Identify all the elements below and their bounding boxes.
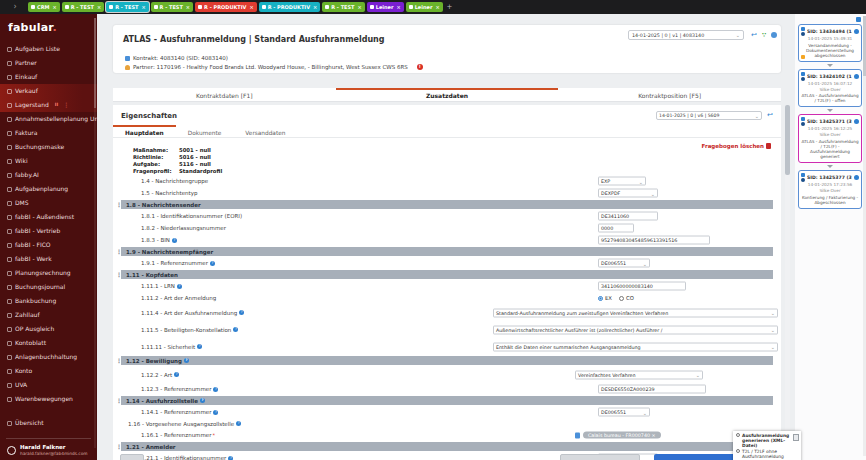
tab-kontraktdaten-f1[interactable]: Kontraktdaten [F1] xyxy=(113,88,336,101)
info-icon[interactable]: ? xyxy=(213,410,218,415)
sidebar-scrollbar[interactable] xyxy=(94,18,96,448)
window-menu-icon[interactable]: › xyxy=(2,1,28,13)
card-chevron-icon[interactable] xyxy=(798,107,862,114)
section-header-1-8-nachrichtensender[interactable]: ⋮1.8 - Nachrichtensender xyxy=(121,200,773,209)
radio-option-co[interactable]: CO xyxy=(619,295,634,301)
sidebar-item-faktura[interactable]: Faktura xyxy=(0,126,97,140)
field-input[interactable]: 0000 xyxy=(598,224,634,233)
pause-icon[interactable]: II xyxy=(55,98,58,112)
info-icon[interactable]: ? xyxy=(213,387,218,392)
subtab-dokumente[interactable]: Dokumente xyxy=(176,125,234,138)
drag-handle-icon[interactable]: ⋮ xyxy=(116,356,121,365)
info-icon[interactable]: ? xyxy=(228,456,233,460)
version-select[interactable]: 14-01-2025 | 0 | v1 | 4083140 ⌄ xyxy=(628,30,744,40)
field-select[interactable]: DE006551⌄ xyxy=(598,259,650,268)
refresh-icon[interactable] xyxy=(771,32,777,38)
tab-close-icon[interactable]: × xyxy=(249,2,253,12)
section-header-1-11-kopfdaten[interactable]: ⋮1.11 - Kopfdaten xyxy=(121,270,773,279)
info-icon[interactable]: ? xyxy=(177,284,182,289)
drag-handle-icon[interactable]: ⋮ xyxy=(116,442,121,451)
browser-tab-leiner[interactable]: Leiner× xyxy=(367,2,404,12)
status-card[interactable]: SID: 13425371 (3)14-01-2025 16:12:25Silk… xyxy=(798,114,862,163)
sidebar-item-dms[interactable]: DMS xyxy=(0,196,97,210)
card-chevron-icon[interactable] xyxy=(798,163,862,170)
field-select[interactable]: EXP⌄ xyxy=(598,177,646,186)
sidebar-item-warenbewegungen[interactable]: Warenbewegungen xyxy=(0,392,97,406)
properties-version-select[interactable]: 14-01-2025 | 0 | v6 | 5609 ⌄ xyxy=(656,111,762,120)
action-option-ausfuhranmeldung-generieren-xml-datei[interactable]: Ausfuhranmeldung generieren (XML-Datei) xyxy=(736,433,793,448)
tab-close-icon[interactable]: × xyxy=(396,2,400,12)
sidebar-item-fabby-ai[interactable]: fabby.AI xyxy=(0,168,97,182)
sidebar-item-lagerstand[interactable]: LagerstandII⋮ xyxy=(0,98,97,112)
browser-tab-crm[interactable]: CRM× xyxy=(28,2,60,12)
info-icon[interactable]: ? xyxy=(233,327,238,332)
sidebar-item-verkauf[interactable]: Verkauf xyxy=(0,84,97,98)
tab-close-icon[interactable]: × xyxy=(358,2,362,12)
action-option-t2l-t2lf-ohne-ausfuhranmeldung[interactable]: T2L / T2LF ohne Ausfuhranmeldung xyxy=(736,449,793,459)
radio-icon[interactable] xyxy=(598,296,603,301)
status-card[interactable]: SID: 13425377 (3)14-01-2025 17:23:56Silk… xyxy=(798,170,862,209)
browser-tab-r-test[interactable]: R - TEST× xyxy=(151,2,193,12)
tab-kontraktposition-f5[interactable]: Kontraktposition [F5] xyxy=(558,88,781,101)
sidebar-item-wiki[interactable]: Wiki xyxy=(0,154,97,168)
info-icon[interactable]: ? xyxy=(236,421,241,426)
open-record-icon[interactable] xyxy=(854,74,859,79)
panel-settings-icon[interactable] xyxy=(856,17,861,22)
browser-tab-leiner[interactable]: Leiner× xyxy=(406,2,443,12)
sidebar-item-buchungsjournal[interactable]: Buchungsjournal xyxy=(0,280,97,294)
attachment-icon[interactable] xyxy=(575,432,580,438)
radio-icon[interactable] xyxy=(619,296,624,301)
reply-icon[interactable]: ↩ xyxy=(751,31,757,39)
delete-questionnaire-button[interactable]: Fragebogen löschen xyxy=(702,143,771,149)
open-record-icon[interactable] xyxy=(854,175,859,180)
alert-icon[interactable]: ! xyxy=(417,64,423,70)
sidebar-item-planungsrechnung[interactable]: Planungsrechnung xyxy=(0,266,97,280)
sidebar-item-buchungsmaske[interactable]: Buchungsmaske xyxy=(0,140,97,154)
info-icon[interactable]: ? xyxy=(174,372,179,377)
value-chip[interactable]: Calais bureau - FR000740 × xyxy=(583,432,661,439)
bottom-button[interactable] xyxy=(120,454,144,460)
drag-handle-icon[interactable]: ⋮ xyxy=(116,200,121,209)
share-icon[interactable]: ∵ xyxy=(762,31,766,39)
section-header-1-21-anmelder[interactable]: ⋮1.21 - Anmelder xyxy=(121,442,773,451)
tab-close-icon[interactable]: × xyxy=(313,2,317,12)
sidebar-item-bersicht[interactable]: Übersicht xyxy=(0,416,97,430)
main-scrollbar[interactable] xyxy=(785,105,790,460)
drag-handle-icon[interactable]: ⋮ xyxy=(116,270,121,279)
radio-icon[interactable] xyxy=(736,433,740,437)
sidebar-item-aufgaben-liste[interactable]: Aufgaben Liste xyxy=(0,42,97,56)
sidebar-item-fabbi-fico[interactable]: fabBI - FICO xyxy=(0,238,97,252)
sidebar-item-kontoblatt[interactable]: Kontoblatt xyxy=(0,336,97,350)
section-header-1-9-nachrichtenempf-nger[interactable]: ⋮1.9 - Nachrichtenempfänger xyxy=(121,247,773,256)
sidebar-item-konto[interactable]: Konto xyxy=(0,364,97,378)
sidebar-item-einkauf[interactable]: Einkauf xyxy=(0,70,97,84)
subtab-hauptdaten[interactable]: Hauptdaten xyxy=(113,125,176,138)
browser-tab-r-test[interactable]: R - TEST× xyxy=(106,2,148,12)
status-card[interactable]: SID: 13434494 (13)14-01-2025 15:49:31Ver… xyxy=(798,24,862,62)
subtab-versanddaten[interactable]: Versanddaten xyxy=(233,125,297,138)
open-record-icon[interactable] xyxy=(854,119,859,124)
field-select[interactable]: Vereinfachtes Verfahren⌄ xyxy=(575,370,703,379)
tab-close-icon[interactable]: × xyxy=(97,2,101,12)
card-chevron-icon[interactable] xyxy=(798,62,862,69)
field-select[interactable]: Enthält die Daten einer summarischen Aus… xyxy=(493,342,778,351)
section-header-1-12-bewilligung[interactable]: ⋮1.12 - Bewilligung? xyxy=(121,356,773,365)
browser-tab-r-test[interactable]: R - TEST× xyxy=(322,2,364,12)
field-input[interactable]: 9527940830454859613391516 xyxy=(598,236,710,245)
field-input[interactable]: 34110600000083140 xyxy=(598,282,686,291)
sidebar-item-aufgabenplanung[interactable]: Aufgabenplanung xyxy=(0,182,97,196)
sidebar-item-zahllauf[interactable]: Zahllauf xyxy=(0,308,97,322)
field-input[interactable]: DE3411060 xyxy=(598,212,658,221)
tab-close-icon[interactable]: × xyxy=(186,2,190,12)
tab-close-icon[interactable]: × xyxy=(141,2,145,12)
info-icon[interactable]: ? xyxy=(200,398,205,403)
info-icon[interactable]: ? xyxy=(197,344,202,349)
browser-tab-r-produktiv[interactable]: R - PRODUKTIV× xyxy=(259,2,321,12)
app-logo[interactable]: fabular. xyxy=(0,14,97,42)
radio-option-ex[interactable]: EX xyxy=(598,295,612,301)
radio-icon[interactable] xyxy=(736,449,740,453)
open-record-icon[interactable] xyxy=(854,29,859,34)
info-icon[interactable]: ? xyxy=(210,261,215,266)
document-icon[interactable] xyxy=(793,434,799,441)
sidebar-item-bankbuchung[interactable]: Bankbuchung xyxy=(0,294,97,308)
